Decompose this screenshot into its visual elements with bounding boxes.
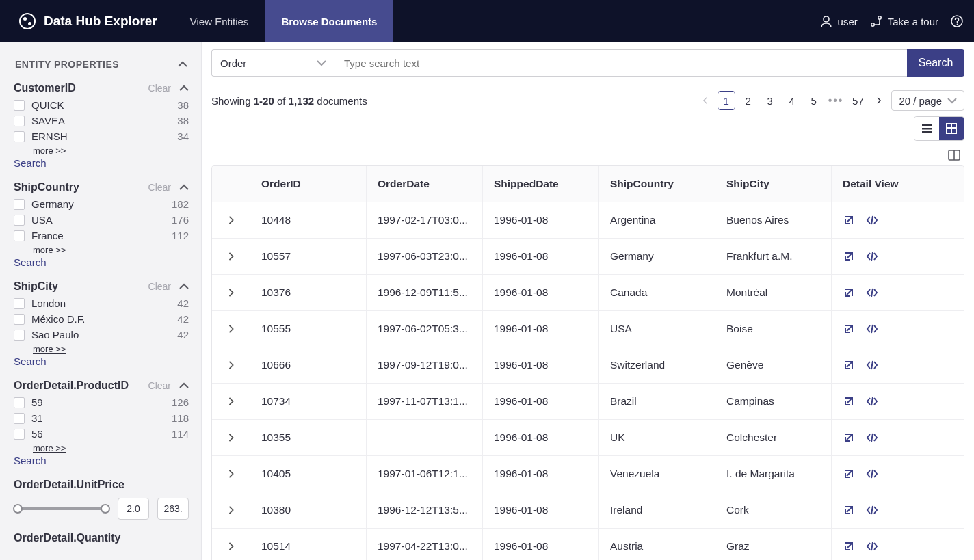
unitprice-max-input[interactable]: 263. <box>157 498 189 520</box>
facet-option[interactable]: 56 114 <box>14 427 189 440</box>
row-expand[interactable] <box>212 347 250 383</box>
pagination-page[interactable]: 4 <box>783 91 801 110</box>
facet-option[interactable]: ERNSH 34 <box>14 130 189 143</box>
page-size-select[interactable]: 20 / page <box>891 90 964 111</box>
take-tour-button[interactable]: Take a tour <box>870 15 938 27</box>
view-source-icon[interactable] <box>866 359 878 371</box>
row-expand[interactable] <box>212 311 250 347</box>
facet-checkbox[interactable] <box>14 314 25 325</box>
open-detail-icon[interactable] <box>843 323 855 335</box>
help-button[interactable] <box>951 15 963 27</box>
facet-checkbox[interactable] <box>14 199 25 210</box>
columns-config-button[interactable] <box>948 149 960 161</box>
facet-search[interactable]: Search <box>14 455 47 466</box>
chevron-up-icon[interactable] <box>179 83 189 93</box>
view-source-icon[interactable] <box>866 250 878 263</box>
tab-view-entities[interactable]: View Entities <box>174 0 265 42</box>
view-source-icon[interactable] <box>866 214 878 226</box>
facet-option[interactable]: Sao Paulo 42 <box>14 328 189 341</box>
view-source-icon[interactable] <box>866 323 878 335</box>
open-detail-icon[interactable] <box>843 359 855 371</box>
slider-handle-max[interactable] <box>101 504 110 514</box>
open-detail-icon[interactable] <box>843 504 855 516</box>
col-shipcountry[interactable]: ShipCountry <box>599 166 715 202</box>
row-expand[interactable] <box>212 529 250 560</box>
view-source-icon[interactable] <box>866 504 878 516</box>
facet-option[interactable]: SAVEA 38 <box>14 114 189 127</box>
facet-checkbox[interactable] <box>14 230 25 241</box>
row-expand[interactable] <box>212 420 250 455</box>
facet-search[interactable]: Search <box>14 356 47 367</box>
unitprice-min-input[interactable]: 2.0 <box>118 498 149 520</box>
open-detail-icon[interactable] <box>843 250 855 263</box>
col-orderdate[interactable]: OrderDate <box>367 166 483 202</box>
facet-clear[interactable]: Clear <box>148 182 171 193</box>
facet-option[interactable]: 59 126 <box>14 396 189 409</box>
facet-search[interactable]: Search <box>14 256 47 268</box>
row-expand[interactable] <box>212 456 250 492</box>
slider-handle-min[interactable] <box>13 504 23 514</box>
view-source-icon[interactable] <box>866 540 878 552</box>
entity-select[interactable]: Order <box>211 49 334 77</box>
facet-more[interactable]: more >> <box>33 245 66 255</box>
facet-option[interactable]: France 112 <box>14 229 189 242</box>
facet-checkbox[interactable] <box>14 413 25 424</box>
row-expand[interactable] <box>212 202 250 238</box>
col-shippeddate[interactable]: ShippedDate <box>483 166 599 202</box>
open-detail-icon[interactable] <box>843 395 855 408</box>
pagination-page[interactable]: 1 <box>718 91 735 110</box>
pagination-next[interactable] <box>872 94 886 107</box>
facet-clear[interactable]: Clear <box>148 83 171 94</box>
open-detail-icon[interactable] <box>843 286 855 299</box>
search-input[interactable] <box>334 49 907 77</box>
row-expand[interactable] <box>212 384 250 419</box>
facet-option[interactable]: 31 118 <box>14 412 189 425</box>
open-detail-icon[interactable] <box>843 468 855 480</box>
pagination-ellipsis[interactable]: ••• <box>828 94 844 107</box>
facet-option[interactable]: London 42 <box>14 297 189 310</box>
open-detail-icon[interactable] <box>843 540 855 552</box>
facet-checkbox[interactable] <box>14 116 25 126</box>
table-view-button[interactable] <box>939 117 964 140</box>
facet-option[interactable]: USA 176 <box>14 213 189 226</box>
view-source-icon[interactable] <box>866 468 878 480</box>
open-detail-icon[interactable] <box>843 431 855 444</box>
facet-checkbox[interactable] <box>14 429 25 440</box>
view-source-icon[interactable] <box>866 286 878 299</box>
facet-checkbox[interactable] <box>14 298 25 309</box>
facet-option[interactable]: Germany 182 <box>14 198 189 211</box>
view-source-icon[interactable] <box>866 395 878 408</box>
col-shipcity[interactable]: ShipCity <box>715 166 832 202</box>
unitprice-slider[interactable] <box>14 507 109 510</box>
row-expand[interactable] <box>212 275 250 310</box>
chevron-up-icon[interactable] <box>179 381 189 390</box>
col-orderid[interactable]: OrderID <box>250 166 367 202</box>
pagination-prev[interactable] <box>698 94 712 107</box>
facet-clear[interactable]: Clear <box>148 281 171 292</box>
row-expand[interactable] <box>212 492 250 528</box>
pagination-page[interactable]: 5 <box>805 91 823 110</box>
facet-checkbox[interactable] <box>14 330 25 341</box>
tab-browse-documents[interactable]: Browse Documents <box>265 0 393 42</box>
facet-more[interactable]: more >> <box>33 443 66 453</box>
row-expand[interactable] <box>212 239 250 274</box>
view-source-icon[interactable] <box>866 431 878 444</box>
chevron-up-icon[interactable] <box>179 282 189 291</box>
facet-checkbox[interactable] <box>14 100 25 111</box>
chevron-up-icon[interactable] <box>179 183 189 192</box>
facet-more[interactable]: more >> <box>33 344 66 354</box>
pagination-page[interactable]: 3 <box>761 91 779 110</box>
user-menu[interactable]: user <box>820 15 858 27</box>
sidebar-section-header[interactable]: ENTITY PROPERTIES <box>14 55 189 82</box>
facet-clear[interactable]: Clear <box>148 380 171 391</box>
list-view-button[interactable] <box>914 117 939 140</box>
facet-option[interactable]: QUICK 38 <box>14 98 189 111</box>
pagination-last[interactable]: 57 <box>849 91 867 110</box>
facet-search[interactable]: Search <box>14 157 47 169</box>
open-detail-icon[interactable] <box>843 214 855 226</box>
pagination-page[interactable]: 2 <box>739 91 757 110</box>
facet-checkbox[interactable] <box>14 397 25 408</box>
facet-checkbox[interactable] <box>14 215 25 226</box>
search-button[interactable]: Search <box>907 49 964 77</box>
facet-option[interactable]: México D.F. 42 <box>14 312 189 325</box>
